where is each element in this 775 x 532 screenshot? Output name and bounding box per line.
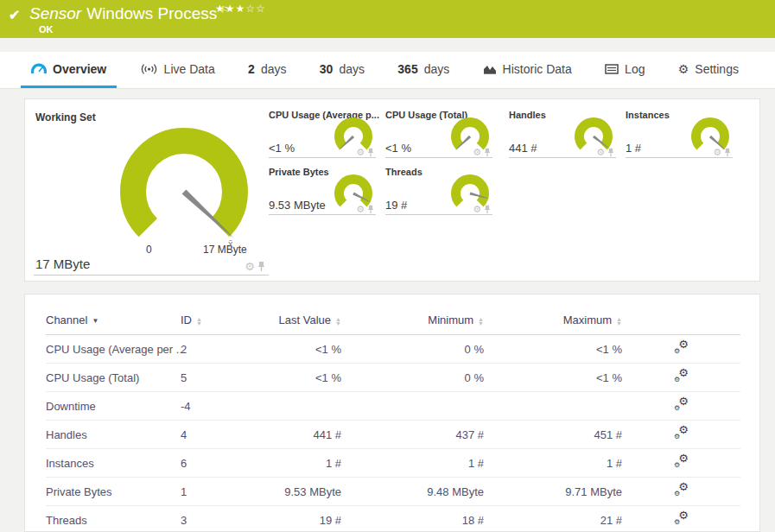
gear-icon[interactable]: ⚙: [245, 261, 255, 272]
tab-number: 30: [320, 62, 334, 76]
column-header-id[interactable]: ID▲▼: [181, 308, 264, 335]
gauge-channel-name: Threads: [385, 167, 422, 177]
channel-last-value: 1 #: [264, 449, 341, 478]
channels-table: Channel▼ ID▲▼ Last Value▲▼ Minimum▲▼ Max…: [46, 308, 740, 532]
tab-live-data[interactable]: Live Data: [130, 52, 226, 88]
gauge-cell-cpu-average[interactable]: CPU Usage (Average p... <1 % ⚙: [269, 110, 376, 158]
gauge-cell-private-bytes[interactable]: Private Bytes 9.53 MByte ⚙: [269, 167, 376, 215]
channel-id: -4: [181, 392, 264, 421]
sensor-header: ✔ SensorWindows Process⚐ ★★★☆☆ OK: [0, 0, 775, 38]
tab-overview[interactable]: Overview: [21, 52, 117, 88]
tab-log[interactable]: Log: [594, 52, 655, 88]
gear-icon[interactable]: ⚙: [713, 148, 721, 157]
tab-30-days[interactable]: 30 days: [309, 52, 375, 88]
channel-last-value: 441 #: [264, 421, 341, 449]
channel-settings-icon[interactable]: ⚙⚙: [674, 512, 689, 525]
star-empty-icon[interactable]: ☆: [245, 3, 256, 15]
table-row: Handles 4 441 # 437 # 451 # ⚙⚙: [46, 421, 740, 449]
gear-icon[interactable]: ⚙: [473, 148, 481, 157]
tab-label: days: [424, 62, 450, 76]
channel-maximum: 9.71 MByte: [484, 478, 622, 506]
tab-settings[interactable]: ⚙ Settings: [668, 52, 749, 88]
pin-icon[interactable]: [367, 148, 374, 157]
sort-icon: ▲▼: [478, 317, 484, 326]
channel-settings-icon[interactable]: ⚙⚙: [674, 370, 689, 383]
channel-last-value: 19 #: [264, 506, 341, 532]
gauge-value: 1 #: [626, 142, 641, 155]
channel-settings-icon[interactable]: ⚙⚙: [674, 398, 689, 411]
sort-icon: ▲▼: [196, 317, 202, 326]
channel-id: 4: [181, 421, 264, 449]
tab-2-days[interactable]: 2 days: [238, 52, 296, 88]
star-empty-icon[interactable]: ☆: [256, 3, 266, 15]
gauge-channel-name: Private Bytes: [269, 167, 329, 177]
broadcast-icon: [140, 63, 158, 75]
pin-icon[interactable]: [724, 148, 731, 157]
sort-icon: ▲▼: [335, 317, 341, 326]
star-filled-icon[interactable]: ★: [215, 3, 226, 15]
tab-label: Log: [625, 62, 645, 76]
sort-desc-icon: ▼: [92, 317, 98, 325]
channel-name: Instances: [46, 449, 181, 478]
channel-minimum: 9.48 MByte: [341, 478, 484, 506]
status-badge: OK: [39, 24, 54, 35]
channel-id: 1: [181, 478, 264, 506]
channel-last-value: <1 %: [264, 364, 341, 392]
tab-label: Live Data: [164, 62, 215, 76]
gauge-scale-max: 17 MByte: [203, 244, 247, 256]
pin-icon[interactable]: [367, 205, 374, 214]
area-chart-icon: [483, 63, 497, 74]
pin-icon[interactable]: [257, 261, 265, 272]
channel-settings-icon[interactable]: ⚙⚙: [674, 484, 689, 497]
channel-minimum: [341, 392, 484, 421]
pin-icon[interactable]: [484, 205, 491, 214]
status-check-icon: ✔: [9, 7, 20, 23]
gear-icon[interactable]: ⚙: [356, 205, 365, 214]
channel-name: Threads: [46, 506, 181, 532]
star-filled-icon[interactable]: ★: [236, 3, 246, 15]
sensor-name: Windows Process: [86, 4, 217, 22]
star-rating[interactable]: ★★★☆☆: [215, 3, 266, 15]
gear-icon[interactable]: ⚙: [356, 148, 365, 157]
channel-maximum: 451 #: [484, 421, 622, 449]
table-row: Instances 6 1 # 1 # 1 # ⚙⚙: [46, 449, 740, 478]
gauge-value: 9.53 MByte: [269, 199, 326, 212]
channel-name: Downtime: [46, 392, 181, 421]
gear-icon: ⚙: [678, 63, 689, 75]
channel-maximum: 21 #: [484, 506, 622, 532]
channels-panel: Channel▼ ID▲▼ Last Value▲▼ Minimum▲▼ Max…: [24, 294, 760, 532]
gauge-cell-cpu-total[interactable]: CPU Usage (Total) <1 % ⚙: [385, 110, 492, 158]
column-header-actions: [622, 308, 740, 335]
channel-minimum: 0 %: [341, 364, 484, 392]
gauge-cell-working-set[interactable]: Working Set 0 17 MByte x̄ 17 MByte ⚙: [34, 104, 269, 276]
channel-id: 5: [181, 364, 264, 392]
channel-settings-icon[interactable]: ⚙⚙: [674, 455, 689, 468]
channel-maximum: 1 #: [484, 449, 622, 478]
gauge-cell-instances[interactable]: Instances 1 # ⚙: [626, 110, 733, 158]
gauge-cell-threads[interactable]: Threads 19 # ⚙: [385, 167, 492, 215]
tab-label: Settings: [695, 62, 739, 76]
channel-name: Handles: [46, 421, 181, 449]
column-header-channel[interactable]: Channel▼: [46, 308, 181, 335]
gauge-cell-handles[interactable]: Handles 441 # ⚙: [509, 110, 616, 158]
tab-number: 365: [397, 62, 417, 76]
column-header-last-value[interactable]: Last Value▲▼: [264, 308, 341, 335]
tab-historic-data[interactable]: Historic Data: [473, 52, 582, 88]
gear-icon[interactable]: ⚙: [596, 148, 605, 157]
channel-minimum: 1 #: [341, 449, 484, 478]
channel-settings-icon[interactable]: ⚙⚙: [674, 341, 689, 354]
column-header-maximum[interactable]: Maximum▲▼: [484, 308, 622, 335]
gauge-value: 17 MByte: [35, 256, 90, 271]
pin-icon[interactable]: [607, 148, 614, 157]
channel-maximum: <1 %: [484, 335, 622, 364]
tab-label: Historic Data: [503, 62, 572, 76]
channel-settings-icon[interactable]: ⚙⚙: [674, 427, 689, 440]
pin-icon[interactable]: [484, 148, 491, 157]
column-header-minimum[interactable]: Minimum▲▼: [341, 308, 484, 335]
gauge-dial: [111, 117, 257, 264]
star-filled-icon[interactable]: ★: [226, 3, 236, 15]
channel-maximum: [484, 392, 622, 421]
channel-last-value: <1 %: [264, 335, 341, 364]
tab-365-days[interactable]: 365 days: [387, 52, 460, 88]
gear-icon[interactable]: ⚙: [473, 205, 481, 214]
